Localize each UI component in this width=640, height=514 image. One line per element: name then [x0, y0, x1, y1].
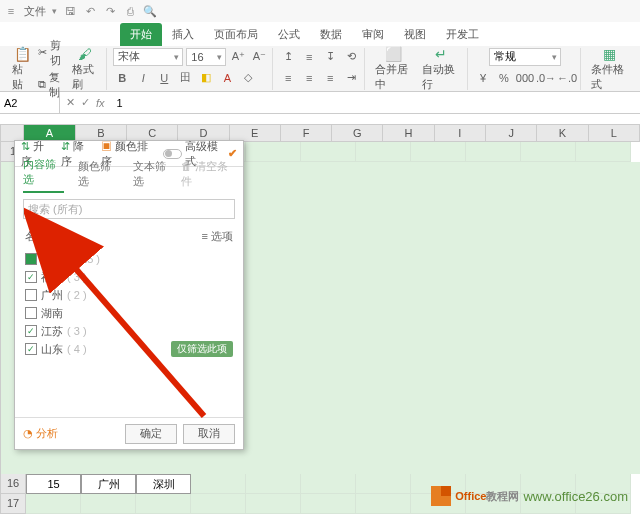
col-header-f[interactable]: F: [281, 124, 332, 142]
col-header-i[interactable]: I: [435, 124, 486, 142]
name-box[interactable]: A2: [0, 92, 60, 114]
percent-icon[interactable]: %: [495, 69, 513, 87]
formula-bar: A2 ✕ ✓ fx 1: [0, 92, 640, 114]
save-icon[interactable]: 🖫: [63, 4, 77, 18]
paste-button[interactable]: 📋粘贴: [8, 44, 36, 94]
filter-list-header: 名称: [25, 229, 47, 244]
orientation-icon[interactable]: ⟲: [342, 48, 360, 66]
wrap-text-button[interactable]: ↵自动换行: [418, 44, 463, 94]
bold-icon[interactable]: B: [113, 69, 131, 87]
menu-bar: 开始 插入 页面布局 公式 数据 审阅 视图 开发工: [0, 22, 640, 46]
filter-item[interactable]: 江苏 ( 3 ): [25, 322, 233, 340]
tab-start[interactable]: 开始: [120, 23, 162, 46]
font-color-icon[interactable]: A: [218, 69, 236, 87]
filter-item-list: (全选) ( 15 ) 福建 ( 3 ) 广州 ( 2 ) 湖南 江苏 ( 3 …: [15, 248, 243, 360]
filter-item[interactable]: 广州 ( 2 ): [25, 286, 233, 304]
filter-search-input[interactable]: 搜索 (所有): [23, 199, 235, 219]
increase-font-icon[interactable]: A⁺: [229, 48, 247, 66]
col-header-g[interactable]: G: [332, 124, 383, 142]
cell[interactable]: 广州: [81, 474, 136, 494]
cancel-button[interactable]: 取消: [183, 424, 235, 444]
col-header-l[interactable]: L: [589, 124, 640, 142]
accept-formula-icon[interactable]: ✓: [81, 96, 90, 109]
filter-options-button[interactable]: ≡ 选项: [202, 229, 233, 244]
align-center-icon[interactable]: ≡: [300, 69, 318, 87]
tab-color-filter[interactable]: 颜色筛选: [78, 159, 119, 193]
menu-icon[interactable]: ≡: [4, 4, 18, 18]
tab-data[interactable]: 数据: [310, 23, 352, 46]
cut-button[interactable]: ✂剪切: [38, 38, 66, 68]
tab-formula[interactable]: 公式: [268, 23, 310, 46]
inc-decimal-icon[interactable]: .0→: [537, 69, 555, 87]
border-icon[interactable]: 田: [176, 69, 194, 87]
align-middle-icon[interactable]: ≡: [300, 48, 318, 66]
fill-color-icon[interactable]: ◧: [197, 69, 215, 87]
col-header-j[interactable]: J: [486, 124, 537, 142]
row-header[interactable]: 16: [0, 474, 26, 494]
filter-only-badge[interactable]: 仅筛选此项: [171, 341, 233, 357]
underline-icon[interactable]: U: [155, 69, 173, 87]
filter-item[interactable]: 湖南: [25, 304, 233, 322]
format-painter-button[interactable]: 🖌格式刷: [68, 44, 103, 94]
tab-insert[interactable]: 插入: [162, 23, 204, 46]
align-left-icon[interactable]: ≡: [279, 69, 297, 87]
conditional-format-button[interactable]: ▦条件格式: [587, 44, 632, 94]
filter-item[interactable]: 山东 ( 4 )仅筛选此项: [25, 340, 233, 358]
comma-icon[interactable]: 000: [516, 69, 534, 87]
ok-button[interactable]: 确定: [125, 424, 177, 444]
fx-icon[interactable]: fx: [96, 97, 105, 109]
title-bar: ≡ 文件▾ 🖫 ↶ ↷ ⎙ 🔍: [0, 0, 640, 22]
formula-input[interactable]: 1: [111, 97, 640, 109]
number-format-combo[interactable]: 常规: [489, 48, 561, 66]
analyze-button[interactable]: ◔ 分析: [23, 426, 58, 441]
redo-icon[interactable]: ↷: [103, 4, 117, 18]
clear-conditions-button[interactable]: 🗑 清空条件: [181, 159, 235, 193]
font-size-combo[interactable]: 16: [186, 48, 226, 66]
print-icon[interactable]: ⎙: [123, 4, 137, 18]
clear-format-icon[interactable]: ◇: [239, 69, 257, 87]
tab-text-filter[interactable]: 文本筛选: [133, 159, 174, 193]
align-right-icon[interactable]: ≡: [321, 69, 339, 87]
tab-content-filter[interactable]: 内容筛选: [23, 157, 64, 193]
align-top-icon[interactable]: ↥: [279, 48, 297, 66]
align-bottom-icon[interactable]: ↧: [321, 48, 339, 66]
cell[interactable]: 15: [26, 474, 81, 494]
tab-layout[interactable]: 页面布局: [204, 23, 268, 46]
cancel-formula-icon[interactable]: ✕: [66, 96, 75, 109]
filter-panel: ⇅ 升序 ⇵ 降序 ▣ 颜色排序 高级模式✔ 内容筛选 颜色筛选 文本筛选 🗑 …: [14, 140, 244, 450]
preview-icon[interactable]: 🔍: [143, 4, 157, 18]
watermark: Office教程网 www.office26.com: [431, 486, 628, 506]
filter-item[interactable]: 福建 ( 3 ): [25, 268, 233, 286]
ribbon: 📋粘贴 ✂剪切 ⧉复制 🖌格式刷 宋体 16 A⁺ A⁻ B I U 田 ◧ A…: [0, 46, 640, 92]
col-header-h[interactable]: H: [383, 124, 434, 142]
filter-item-all[interactable]: (全选) ( 15 ): [25, 250, 233, 268]
row-header[interactable]: 17: [0, 494, 26, 514]
italic-icon[interactable]: I: [134, 69, 152, 87]
undo-icon[interactable]: ↶: [83, 4, 97, 18]
file-menu[interactable]: 文件: [24, 4, 46, 19]
decrease-font-icon[interactable]: A⁻: [250, 48, 268, 66]
cell[interactable]: 深圳: [136, 474, 191, 494]
currency-icon[interactable]: ¥: [474, 69, 492, 87]
font-name-combo[interactable]: 宋体: [113, 48, 183, 66]
merge-center-button[interactable]: ⬜合并居中: [371, 44, 416, 94]
col-header-k[interactable]: K: [537, 124, 588, 142]
indent-icon[interactable]: ⇥: [342, 69, 360, 87]
office-logo-icon: [431, 486, 451, 506]
dec-decimal-icon[interactable]: ←.0: [558, 69, 576, 87]
